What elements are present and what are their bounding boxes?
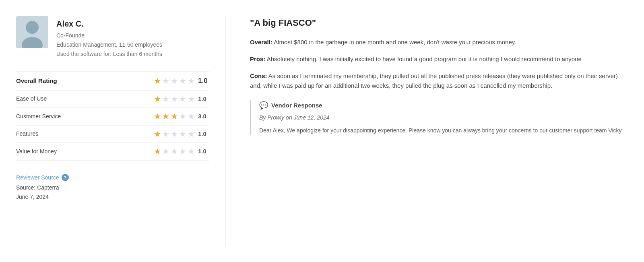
empty-star: ★ [171, 95, 178, 103]
reviewer-source-text: Reviewer Source [16, 173, 59, 182]
empty-star: ★ [171, 77, 178, 85]
filled-star: ★ [154, 147, 161, 155]
rating-row: Customer Service★★★★★3.0 [16, 108, 209, 126]
rating-label: Value for Money [16, 147, 57, 156]
reviewer-company: Education Management, 11-50 employees [56, 41, 162, 49]
source-value: Source: Capterra [16, 184, 209, 192]
reviewer-source-section: Reviewer Source ? Source: Capterra June … [16, 173, 209, 201]
avatar [16, 16, 48, 48]
rating-label: Overall Rating [16, 76, 57, 86]
rating-label: Features [16, 130, 38, 138]
rating-row: Overall Rating★★★★★1.0 [16, 71, 209, 91]
filled-star: ★ [154, 130, 161, 138]
stars: ★★★★★ [154, 130, 195, 138]
pros-section: Pros: Absolutely nothing. I was initiall… [250, 54, 628, 64]
reviewer-name: Alex C. [56, 18, 162, 30]
rating-value: 3.0 [198, 112, 209, 121]
rating-row: Ease of Use★★★★★1.0 [16, 91, 209, 108]
empty-star: ★ [171, 130, 178, 138]
empty-star: ★ [179, 95, 186, 103]
empty-star: ★ [162, 130, 169, 138]
vendor-response: 💬 Vendor Response By Prowly on June 12, … [250, 100, 628, 135]
empty-star: ★ [179, 112, 186, 120]
reviewer-source-label: Reviewer Source ? [16, 173, 209, 182]
review-title: "A big FIASCO" [250, 16, 628, 29]
filled-star: ★ [154, 95, 161, 103]
overall-label: Overall: [250, 39, 272, 45]
pros-text: Absolutely nothing. I was initially exci… [267, 56, 582, 62]
filled-star: ★ [154, 112, 161, 120]
stars: ★★★★★ [154, 147, 195, 155]
empty-star: ★ [188, 95, 195, 103]
empty-star: ★ [162, 147, 169, 155]
rating-right: ★★★★★1.0 [154, 130, 209, 139]
source-date: June 7, 2024 [16, 193, 209, 201]
rating-row: Features★★★★★1.0 [16, 126, 209, 143]
empty-star: ★ [171, 147, 178, 155]
rating-value: 1.0 [198, 147, 209, 156]
rating-right: ★★★★★1.0 [154, 76, 209, 86]
vendor-response-icon: 💬 [259, 100, 268, 111]
empty-star: ★ [179, 130, 186, 138]
reviewer-details: Alex C. Co-Founde Education Management, … [56, 16, 162, 58]
reviewer-info: Alex C. Co-Founde Education Management, … [16, 16, 209, 58]
vendor-response-text: Dear Alex, We apologize for your disappo… [259, 126, 628, 135]
stars: ★★★★★ [154, 77, 195, 85]
right-panel: "A big FIASCO" Overall: Almost $800 in t… [225, 16, 628, 246]
left-panel: Alex C. Co-Founde Education Management, … [16, 16, 225, 246]
rating-label: Customer Service [16, 112, 61, 121]
rating-value: 1.0 [198, 76, 209, 86]
rating-label: Ease of Use [16, 95, 47, 103]
cons-label: Cons: [250, 72, 267, 79]
empty-star: ★ [179, 147, 186, 155]
empty-star: ★ [188, 112, 195, 120]
svg-point-1 [26, 21, 39, 34]
ratings-section: Overall Rating★★★★★1.0Ease of Use★★★★★1.… [16, 71, 209, 161]
overall-section: Overall: Almost $800 in the garbage in o… [250, 37, 628, 47]
rating-value: 1.0 [198, 95, 209, 104]
vendor-response-header: 💬 Vendor Response [259, 100, 628, 111]
pros-label: Pros: [250, 56, 265, 62]
cons-section: Cons: As soon as I terminated my members… [250, 71, 628, 91]
empty-star: ★ [179, 77, 186, 85]
reviewer-usage: Used the software for: Less than 6 month… [56, 50, 162, 58]
empty-star: ★ [188, 147, 195, 155]
rating-right: ★★★★★3.0 [154, 112, 209, 121]
help-icon[interactable]: ? [62, 174, 69, 181]
rating-right: ★★★★★1.0 [154, 95, 209, 104]
empty-star: ★ [162, 95, 169, 103]
overall-text: Almost $800 in the garbage in one month … [274, 39, 516, 45]
rating-value: 1.0 [198, 130, 209, 139]
filled-star: ★ [162, 112, 169, 120]
review-card: Alex C. Co-Founde Education Management, … [0, 0, 644, 262]
filled-star: ★ [154, 77, 161, 85]
empty-star: ★ [188, 77, 195, 85]
empty-star: ★ [188, 130, 195, 138]
cons-text: As soon as I terminated my membership, t… [250, 72, 618, 89]
rating-right: ★★★★★1.0 [154, 147, 209, 156]
empty-star: ★ [162, 77, 169, 85]
vendor-response-by: By Prowly on June 12, 2024 [259, 113, 628, 122]
stars: ★★★★★ [154, 95, 195, 103]
reviewer-role: Co-Founde [56, 31, 162, 40]
rating-row: Value for Money★★★★★1.0 [16, 143, 209, 161]
filled-star: ★ [171, 112, 178, 120]
stars: ★★★★★ [154, 112, 195, 120]
vendor-response-title: Vendor Response [271, 101, 322, 110]
